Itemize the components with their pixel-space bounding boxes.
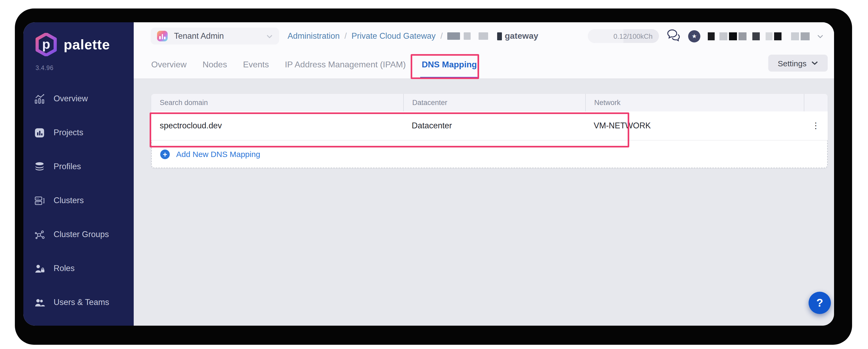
add-dns-mapping-label: Add New DNS Mapping bbox=[176, 150, 260, 159]
tenant-scope-icon bbox=[157, 31, 168, 41]
help-button[interactable]: ? bbox=[809, 292, 831, 314]
sidebar-item-label: Cluster Groups bbox=[54, 230, 109, 239]
breadcrumb-separator: / bbox=[440, 31, 443, 41]
projects-icon bbox=[34, 127, 45, 138]
sidebar-item-label: Users & Teams bbox=[54, 297, 109, 307]
cell-network: VM-NETWORK bbox=[585, 121, 804, 130]
cluster-groups-icon bbox=[34, 229, 45, 240]
servers-icon bbox=[34, 195, 45, 206]
scope-selector[interactable]: Tenant Admin bbox=[151, 28, 279, 44]
sidebar-item-label: Projects bbox=[54, 128, 83, 137]
chevron-down-icon bbox=[266, 31, 273, 41]
chevron-down-icon bbox=[811, 61, 818, 65]
sidebar-item-roles[interactable]: Roles bbox=[23, 251, 134, 285]
tab-dns-mapping[interactable]: DNS Mapping bbox=[422, 51, 477, 78]
sidebar-item-label: Roles bbox=[54, 264, 74, 273]
app-logo[interactable]: p palette bbox=[35, 33, 110, 56]
user-menu-chevron-icon[interactable] bbox=[817, 31, 824, 41]
tab-nodes[interactable]: Nodes bbox=[203, 51, 227, 78]
add-dns-mapping-row[interactable]: + Add New DNS Mapping bbox=[151, 140, 828, 168]
redacted-user-name bbox=[708, 32, 781, 40]
brand-name: palette bbox=[64, 36, 110, 53]
sidebar-item-label: Profiles bbox=[54, 162, 81, 171]
sidebar-menu: Overview Projects bbox=[23, 82, 134, 319]
column-header-network: Network bbox=[585, 94, 804, 112]
svg-text:p: p bbox=[42, 37, 51, 52]
sidebar: p palette 3.4.96 Overview bbox=[23, 22, 134, 326]
users-icon bbox=[34, 297, 45, 308]
usage-badge: 0.12/100kCh bbox=[588, 29, 659, 43]
tab-events[interactable]: Events bbox=[243, 51, 269, 78]
sidebar-item-profiles[interactable]: Profiles bbox=[23, 150, 134, 184]
app-version: 3.4.96 bbox=[35, 65, 54, 71]
sidebar-item-overview[interactable]: Overview bbox=[23, 82, 134, 116]
scope-selector-label: Tenant Admin bbox=[174, 31, 224, 41]
tab-overview[interactable]: Overview bbox=[151, 51, 186, 78]
cell-search-domain: spectrocloud.dev bbox=[151, 121, 403, 130]
table-header-row: Search domain Datacenter Network bbox=[151, 94, 828, 112]
main-area: Tenant Admin Administration / Private Cl… bbox=[134, 22, 834, 326]
settings-button[interactable]: Settings bbox=[768, 55, 828, 72]
sidebar-item-projects[interactable]: Projects bbox=[23, 116, 134, 150]
palette-logo-icon: p bbox=[35, 33, 57, 56]
redacted-avatar bbox=[791, 32, 810, 40]
redacted-text bbox=[479, 32, 488, 40]
column-header-search-domain: Search domain bbox=[151, 94, 403, 112]
table-row[interactable]: spectrocloud.dev Datacenter VM-NETWORK ⋮ bbox=[151, 112, 828, 140]
redacted-text bbox=[447, 32, 460, 40]
settings-button-label: Settings bbox=[778, 59, 806, 68]
sidebar-item-cluster-groups[interactable]: Cluster Groups bbox=[23, 218, 134, 251]
star-badge-icon[interactable]: ★ bbox=[688, 30, 700, 42]
tab-ipam[interactable]: IP Address Management (IPAM) bbox=[285, 51, 406, 78]
plus-icon: + bbox=[160, 149, 170, 159]
sidebar-item-users-teams[interactable]: Users & Teams bbox=[23, 285, 134, 319]
redacted-text bbox=[497, 32, 502, 40]
column-header-datacenter: Datacenter bbox=[403, 94, 585, 112]
redacted-text bbox=[464, 32, 471, 40]
role-lock-icon bbox=[34, 263, 45, 274]
app-window: p palette 3.4.96 Overview bbox=[23, 22, 834, 326]
chat-icon[interactable] bbox=[666, 28, 681, 44]
breadcrumb-separator: / bbox=[344, 31, 347, 41]
sidebar-item-label: Overview bbox=[54, 94, 88, 103]
tab-bar: Overview Nodes Events IP Address Managem… bbox=[151, 51, 477, 78]
sidebar-item-clusters[interactable]: Clusters bbox=[23, 184, 134, 218]
breadcrumb: Administration / Private Cloud Gateway /… bbox=[287, 28, 538, 44]
breadcrumb-link-administration[interactable]: Administration bbox=[287, 31, 340, 41]
analytics-icon bbox=[34, 93, 45, 104]
breadcrumb-current: gateway bbox=[447, 31, 538, 41]
layers-icon bbox=[34, 161, 45, 172]
breadcrumb-current-label: gateway bbox=[505, 31, 538, 41]
column-header-actions bbox=[804, 94, 828, 112]
topbar-right-cluster: 0.12/100kCh ★ bbox=[588, 28, 824, 44]
screenshot-stage: p palette 3.4.96 Overview bbox=[0, 0, 868, 349]
breadcrumb-link-private-cloud-gateway[interactable]: Private Cloud Gateway bbox=[351, 31, 436, 41]
sidebar-item-label: Clusters bbox=[54, 196, 84, 205]
usage-badge-text: 0.12/100kCh bbox=[614, 32, 653, 40]
dns-mapping-table: Search domain Datacenter Network spectro… bbox=[151, 94, 828, 168]
row-actions-kebab-icon[interactable]: ⋮ bbox=[804, 121, 828, 130]
cell-datacenter: Datacenter bbox=[403, 121, 585, 130]
